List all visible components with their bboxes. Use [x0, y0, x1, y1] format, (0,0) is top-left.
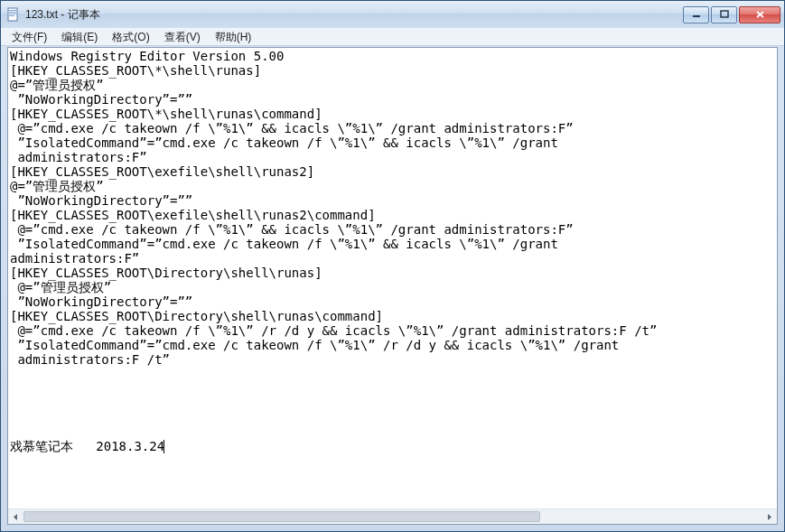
text-line: ”NoWorkingDirectory”=””	[10, 92, 775, 107]
close-icon	[755, 10, 765, 19]
text-line: @=”管理员授权”	[10, 280, 775, 294]
window-title: 123.txt - 记事本	[25, 7, 683, 23]
text-line: ”NoWorkingDirectory”=””	[10, 193, 775, 208]
client-area-frame: Windows Registry Editor Version 5.00[HKE…	[7, 47, 778, 525]
triangle-left-icon	[12, 513, 20, 521]
text-line: @=”cmd.exe /c takeown /f \”%1\” /r /d y …	[10, 323, 775, 338]
text-line	[10, 410, 775, 425]
text-line: [HKEY_CLASSES_ROOT\*\shell\runas\command…	[10, 107, 775, 121]
svg-rect-5	[693, 15, 700, 17]
menu-format[interactable]: 格式(O)	[105, 29, 156, 46]
close-button[interactable]	[739, 6, 780, 23]
text-line: ”NoWorkingDirectory”=””	[10, 294, 775, 309]
app-icon	[6, 7, 21, 22]
text-line: ”IsolatedCommand”=”cmd.exe /c takeown /f…	[10, 338, 775, 352]
text-line: [HKEY_CLASSES_ROOT\Directory\shell\runas…	[10, 266, 775, 280]
svg-rect-2	[9, 12, 16, 13]
text-line: ”IsolatedCommand”=”cmd.exe /c takeown /f…	[10, 135, 775, 150]
title-bar[interactable]: 123.txt - 记事本	[1, 1, 784, 28]
text-line: administrators:F /t”	[10, 352, 775, 367]
scroll-track[interactable]	[23, 509, 762, 524]
maximize-icon	[720, 10, 729, 19]
scroll-right-button[interactable]	[762, 509, 777, 524]
svg-rect-6	[721, 11, 728, 17]
maximize-button[interactable]	[711, 6, 737, 23]
text-line	[10, 425, 775, 439]
svg-rect-3	[9, 14, 16, 14]
text-line: @=”cmd.exe /c takeown /f \”%1\” && icacl…	[10, 121, 775, 135]
text-line: [HKEY_CLASSES_ROOT\exefile\shell\runas2]	[10, 164, 775, 179]
text-area[interactable]: Windows Registry Editor Version 5.00[HKE…	[8, 48, 777, 509]
text-line	[10, 381, 775, 396]
minimize-icon	[692, 10, 701, 19]
text-line: [HKEY_CLASSES_ROOT\Directory\shell\runas…	[10, 309, 775, 323]
horizontal-scrollbar[interactable]	[8, 509, 777, 524]
text-line: @=”cmd.exe /c takeown /f \”%1\” && icacl…	[10, 222, 775, 237]
text-line: 戏慕笔记本 2018.3.24	[10, 439, 775, 453]
text-line	[10, 396, 775, 410]
text-line	[10, 367, 775, 381]
text-line: @=”管理员授权”	[10, 78, 775, 92]
triangle-right-icon	[765, 513, 773, 521]
menu-edit[interactable]: 编辑(E)	[54, 29, 105, 46]
text-line: administrators:F”	[10, 251, 775, 266]
text-caret	[164, 440, 164, 453]
svg-rect-4	[9, 15, 14, 16]
text-line: Windows Registry Editor Version 5.00	[10, 49, 775, 63]
menu-bar: 文件(F) 编辑(E) 格式(O) 查看(V) 帮助(H)	[1, 28, 784, 46]
menu-file[interactable]: 文件(F)	[5, 29, 54, 46]
minimize-button[interactable]	[683, 6, 709, 23]
text-line: administrators:F”	[10, 150, 775, 164]
scroll-left-button[interactable]	[8, 509, 23, 524]
text-line: ”IsolatedCommand”=”cmd.exe /c takeown /f…	[10, 237, 775, 251]
text-line: [HKEY_CLASSES_ROOT\exefile\shell\runas2\…	[10, 208, 775, 222]
window-controls	[683, 6, 780, 23]
menu-view[interactable]: 查看(V)	[157, 29, 208, 46]
text-line: @=”管理员授权”	[10, 179, 775, 193]
notepad-window: 123.txt - 记事本 文件(F) 编辑(E) 格式(O) 查看(V) 帮助…	[0, 0, 785, 532]
menu-help[interactable]: 帮助(H)	[208, 29, 259, 46]
scroll-thumb[interactable]	[23, 511, 540, 522]
svg-rect-1	[9, 10, 16, 11]
text-line: [HKEY_CLASSES_ROOT\*\shell\runas]	[10, 63, 775, 78]
